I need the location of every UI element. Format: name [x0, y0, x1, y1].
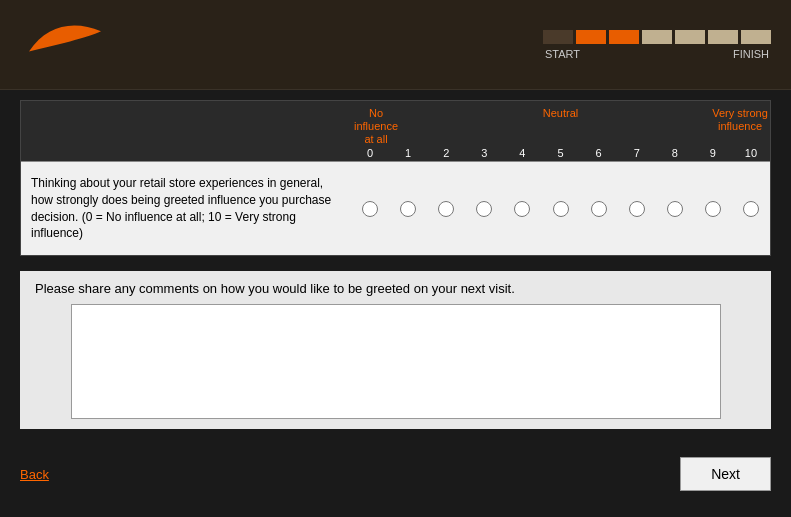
radio-cell-9[interactable]	[694, 201, 732, 217]
comments-textarea[interactable]	[71, 304, 721, 419]
radio-7[interactable]	[629, 201, 645, 217]
nav-row: Back Next	[0, 449, 791, 499]
radio-9[interactable]	[705, 201, 721, 217]
progress-seg-3	[609, 30, 639, 44]
progress-bar	[543, 30, 771, 44]
scale-num-5: 5	[541, 147, 579, 159]
scale-num-2: 2	[427, 147, 465, 159]
radio-cell-4[interactable]	[503, 201, 541, 217]
progress-seg-2	[576, 30, 606, 44]
progress-seg-4	[642, 30, 672, 44]
scale-num-1: 1	[389, 147, 427, 159]
scale-label-right: Very strong influence	[710, 107, 770, 133]
scale-num-0: 0	[351, 147, 389, 159]
comments-label: Please share any comments on how you wou…	[35, 281, 756, 296]
scale-num-4: 4	[503, 147, 541, 159]
scale-header-section: No influence at all Neutral Very strong …	[21, 101, 770, 161]
comments-section: Please share any comments on how you wou…	[20, 271, 771, 429]
progress-seg-5	[675, 30, 705, 44]
radio-0[interactable]	[362, 201, 378, 217]
question-text: Thinking about your retail store experie…	[21, 170, 351, 247]
header-numbers-row: 0 1 2 3 4 5 6 7 8 9 10	[351, 147, 770, 159]
radio-cell-5[interactable]	[541, 201, 579, 217]
radio-cell-6[interactable]	[580, 201, 618, 217]
radio-6[interactable]	[591, 201, 607, 217]
nike-logo-icon	[20, 15, 110, 70]
scale-num-8: 8	[656, 147, 694, 159]
progress-area: START FINISH	[543, 30, 771, 60]
finish-label: FINISH	[733, 48, 769, 60]
progress-seg-1	[543, 30, 573, 44]
start-label: START	[545, 48, 580, 60]
scale-label-neutral: Neutral	[543, 107, 578, 120]
radio-2[interactable]	[438, 201, 454, 217]
radio-cell-8[interactable]	[656, 201, 694, 217]
header: START FINISH	[0, 0, 791, 90]
scale-label-left: No influence at all	[351, 107, 401, 147]
scale-num-9: 9	[694, 147, 732, 159]
radio-8[interactable]	[667, 201, 683, 217]
back-button[interactable]: Back	[20, 467, 49, 482]
scale-num-7: 7	[618, 147, 656, 159]
main-content: No influence at all Neutral Very strong …	[0, 90, 791, 449]
rating-row: Thinking about your retail store experie…	[21, 161, 770, 255]
radio-options	[351, 201, 770, 217]
scale-num-3: 3	[465, 147, 503, 159]
radio-4[interactable]	[514, 201, 530, 217]
header-labels-row: No influence at all Neutral Very strong …	[351, 107, 770, 147]
next-button[interactable]: Next	[680, 457, 771, 491]
scale-num-10: 10	[732, 147, 770, 159]
header-spacer	[21, 107, 351, 159]
header-scale-area: No influence at all Neutral Very strong …	[351, 107, 770, 159]
radio-cell-3[interactable]	[465, 201, 503, 217]
progress-seg-6	[708, 30, 738, 44]
radio-10[interactable]	[743, 201, 759, 217]
progress-seg-7	[741, 30, 771, 44]
nike-logo-container	[20, 15, 110, 74]
radio-cell-7[interactable]	[618, 201, 656, 217]
rating-section: No influence at all Neutral Very strong …	[20, 100, 771, 256]
radio-cell-2[interactable]	[427, 201, 465, 217]
radio-5[interactable]	[553, 201, 569, 217]
scale-num-6: 6	[580, 147, 618, 159]
radio-1[interactable]	[400, 201, 416, 217]
radio-cell-10[interactable]	[732, 201, 770, 217]
radio-cell-1[interactable]	[389, 201, 427, 217]
radio-3[interactable]	[476, 201, 492, 217]
progress-labels: START FINISH	[543, 48, 771, 60]
radio-cell-0[interactable]	[351, 201, 389, 217]
